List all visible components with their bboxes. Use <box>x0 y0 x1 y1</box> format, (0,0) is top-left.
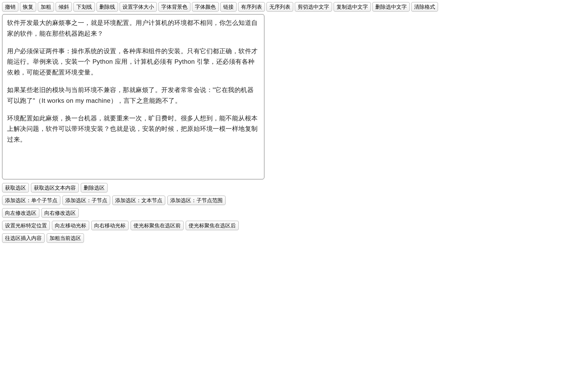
modify-selection-row: 向左修改选区 向右修改选区 <box>2 208 586 218</box>
underline-button[interactable]: 下划线 <box>73 2 95 12</box>
delete-selection-button[interactable]: 删除选中文字 <box>372 2 410 12</box>
editor-paragraph[interactable]: 软件开发最大的麻烦事之一，就是环境配置。用户计算机的环境都不相同，你怎么知道自家… <box>7 18 259 39</box>
add-selection-child-range-button[interactable]: 添加选区：子节点范围 <box>167 196 226 205</box>
bold-current-selection-button[interactable]: 加粗当前选区 <box>47 233 84 243</box>
editor-paragraph[interactable]: 环境配置如此麻烦，换一台机器，就要重来一次，旷日费时。很多人想到，能不能从根本上… <box>7 113 259 145</box>
get-selection-button[interactable]: 获取选区 <box>2 183 29 192</box>
move-cursor-right-button[interactable]: 向右移动光标 <box>91 221 129 230</box>
fontcolor-button[interactable]: 字体颜色 <box>192 2 219 12</box>
ordered-list-button[interactable]: 有序列表 <box>238 2 265 12</box>
unordered-list-button[interactable]: 无序列表 <box>266 2 293 12</box>
clear-format-button[interactable]: 清除格式 <box>411 2 438 12</box>
delete-selection-range-button[interactable]: 删除选区 <box>81 183 108 192</box>
selection-ops-row: 获取选区 获取选区文本内容 删除选区 <box>2 183 586 192</box>
bold-button[interactable]: 加粗 <box>38 2 54 12</box>
modify-selection-right-button[interactable]: 向右修改选区 <box>41 208 79 218</box>
editor-area[interactable]: 软件开发最大的麻烦事之一，就是环境配置。用户计算机的环境都不相同，你怎么知道自家… <box>2 14 264 179</box>
add-selection-single-child-button[interactable]: 添加选区：单个子节点 <box>2 196 60 205</box>
link-button[interactable]: 链接 <box>220 2 237 12</box>
cut-selection-button[interactable]: 剪切选中文字 <box>295 2 332 12</box>
focus-after-selection-button[interactable]: 使光标聚焦在选区后 <box>186 221 239 230</box>
fontsize-button[interactable]: 设置字体大小 <box>120 2 157 12</box>
bgcolor-button[interactable]: 字体背景色 <box>158 2 190 12</box>
insert-bold-row: 往选区插入内容 加粗当前选区 <box>2 233 586 243</box>
cursor-ops-row: 设置光标特定位置 向左移动光标 向右移动光标 使光标聚焦在选区前 使光标聚焦在选… <box>2 221 586 230</box>
add-selection-row: 添加选区：单个子节点 添加选区：子节点 添加选区：文本节点 添加选区：子节点范围 <box>2 196 586 205</box>
insert-to-selection-button[interactable]: 往选区插入内容 <box>2 233 45 243</box>
copy-selection-button[interactable]: 复制选中文字 <box>334 2 371 12</box>
modify-selection-left-button[interactable]: 向左修改选区 <box>2 208 39 218</box>
focus-before-selection-button[interactable]: 使光标聚焦在选区前 <box>131 221 184 230</box>
move-cursor-left-button[interactable]: 向左移动光标 <box>52 221 89 230</box>
undo-button[interactable]: 撤销 <box>2 2 18 12</box>
add-selection-child-button[interactable]: 添加选区：子节点 <box>62 196 110 205</box>
set-cursor-position-button[interactable]: 设置光标特定位置 <box>2 221 50 230</box>
editor-paragraph[interactable]: 用户必须保证两件事：操作系统的设置，各种库和组件的安装。只有它们都正确，软件才能… <box>7 46 259 78</box>
strike-button[interactable]: 删除线 <box>97 2 118 12</box>
toolbar: 撤销 恢复 加粗 倾斜 下划线 删除线 设置字体大小 字体背景色 字体颜色 链接… <box>2 2 586 12</box>
redo-button[interactable]: 恢复 <box>20 2 36 12</box>
editor-paragraph[interactable]: 如果某些老旧的模块与当前环境不兼容，那就麻烦了。开发者常常会说："它在我的机器可… <box>7 85 259 106</box>
italic-button[interactable]: 倾斜 <box>56 2 72 12</box>
add-selection-text-button[interactable]: 添加选区：文本节点 <box>112 196 165 205</box>
get-selection-text-button[interactable]: 获取选区文本内容 <box>31 183 79 192</box>
